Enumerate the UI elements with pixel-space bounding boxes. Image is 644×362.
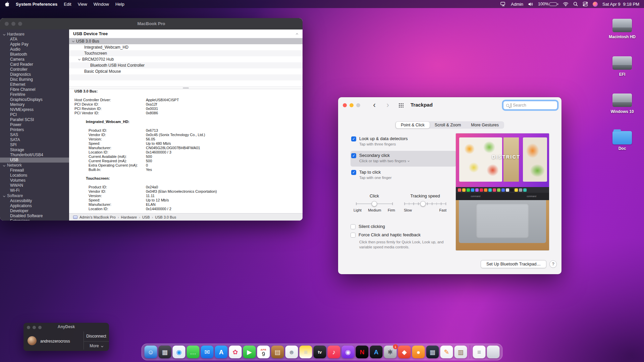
dock-red-app[interactable]: ◆ <box>398 346 411 358</box>
sidebar-item-controller[interactable]: Controller <box>0 67 69 72</box>
sidebar-item-disc-burning[interactable]: Disc Burning <box>0 77 69 82</box>
minimize-button[interactable] <box>11 22 15 26</box>
sidebar-item-thunderbolt-usb4[interactable]: Thunderbolt/USB4 <box>0 153 69 158</box>
menu-help[interactable]: Help <box>115 2 124 7</box>
apple-menu-icon[interactable] <box>5 1 9 7</box>
dock-podcasts[interactable]: ◉ <box>342 346 355 358</box>
sidebar-item-ethernet[interactable]: Ethernet <box>0 82 69 87</box>
sidebar-item-firewire[interactable]: FireWire <box>0 92 69 97</box>
breadcrumb-item-admin-s-macbook-pro[interactable]: Admin's MacBook Pro <box>79 215 116 219</box>
sidebar-item-wi-fi[interactable]: Wi-Fi <box>0 188 69 193</box>
option-look-up-data-detectors[interactable]: ✓Look up & data detectorsTap with three … <box>351 134 457 150</box>
menu-window[interactable]: Window <box>94 2 109 7</box>
dock-orange-app[interactable]: ● <box>412 346 425 358</box>
dock-netflix[interactable]: N <box>356 346 369 358</box>
dock-grid-app[interactable]: ▦ <box>426 346 439 358</box>
menu-system-preferences[interactable]: System Preferences <box>16 2 57 7</box>
dock-app-store[interactable]: A <box>215 346 228 358</box>
close-button[interactable] <box>5 22 9 26</box>
tree-row-basic-optical-mouse[interactable]: Basic Optical Mouse <box>69 68 303 74</box>
dock-notes[interactable]: ≡ <box>300 346 312 358</box>
desktop-icon-efi[interactable]: EFI <box>603 56 641 77</box>
chevron-down-icon[interactable] <box>408 160 410 162</box>
tracking-slider[interactable] <box>405 201 446 206</box>
dock-finder[interactable]: ☺ <box>145 346 157 358</box>
wifi-icon[interactable] <box>563 2 569 6</box>
chevron-down-icon[interactable] <box>72 40 74 42</box>
sidebar-item-diagnostics[interactable]: Diagnostics <box>0 72 69 77</box>
sidebar-item-card-reader[interactable]: Card Reader <box>0 62 69 67</box>
menu-edit[interactable]: Edit <box>64 2 71 7</box>
control-center-icon[interactable] <box>583 2 588 6</box>
forward-button[interactable]: › <box>384 101 391 109</box>
checkbox[interactable]: ✓ <box>351 153 356 158</box>
setup-bluetooth-trackpad-button[interactable]: Set Up Bluetooth Trackpad… <box>481 260 546 268</box>
sidebar-item-storage[interactable]: Storage <box>0 147 69 153</box>
search-input[interactable]: Search <box>503 101 557 110</box>
dock-textedit[interactable]: ≡ <box>473 346 486 358</box>
tree-row-brcm20702-hub[interactable]: BRCM20702 Hub <box>69 56 303 62</box>
sidebar-item-power[interactable]: Power <box>0 122 69 127</box>
tree-row-integrated-webcam-hd[interactable]: Integrated_Webcam_HD <box>69 44 303 50</box>
volume-icon[interactable] <box>528 2 533 6</box>
back-button[interactable]: ‹ <box>371 101 378 109</box>
sidebar-item-wwan[interactable]: WWAN <box>0 183 69 188</box>
more-button[interactable]: More <box>84 342 109 350</box>
toggle-force-click-and-haptic-feedback[interactable]: Force Click and haptic feedback <box>351 232 458 238</box>
sidebar-item-disabled-software[interactable]: Disabled Software <box>0 214 69 219</box>
dock-music[interactable]: ♪ <box>328 346 340 358</box>
sidebar-section-network[interactable]: Network <box>0 163 69 168</box>
menu-view[interactable]: View <box>78 2 87 7</box>
sysinfo-titlebar[interactable]: MacBook Pro <box>0 18 303 29</box>
checkbox[interactable]: ✓ <box>351 170 356 175</box>
option-secondary-click[interactable]: ✓Secondary clickClick or tap with two fi… <box>351 151 457 167</box>
slider-knob[interactable] <box>420 201 426 206</box>
sidebar-item-developer[interactable]: Developer <box>0 208 69 214</box>
demo-video[interactable]: DISTRICT <box>456 133 549 187</box>
sidebar-item-sata[interactable]: SATA <box>0 137 69 142</box>
show-all-icon[interactable] <box>398 103 404 108</box>
sidebar-item-extensions[interactable]: Extensions <box>0 219 69 221</box>
sidebar-item-pci[interactable]: PCI <box>0 112 69 117</box>
toggle-silent-clicking[interactable]: Silent clicking <box>351 224 458 229</box>
sidebar-section-software[interactable]: Software <box>0 193 69 198</box>
tab-more-gestures[interactable]: More Gestures <box>466 122 504 128</box>
siri-icon[interactable] <box>593 2 598 7</box>
sidebar-item-parallel-scsi[interactable]: Parallel SCSI <box>0 117 69 122</box>
sidebar-item-accessibility[interactable]: Accessibility <box>0 198 69 203</box>
close-button[interactable] <box>343 103 347 107</box>
pane-splitter[interactable] <box>69 86 303 89</box>
sidebar-item-printers[interactable]: Printers <box>0 127 69 132</box>
dock-facetime[interactable]: ▶ <box>243 346 256 358</box>
dock-mail[interactable]: ✉ <box>201 346 214 358</box>
sidebar-item-camera[interactable]: Camera <box>0 57 69 62</box>
tab-point-click[interactable]: Point & Click <box>396 122 430 128</box>
desktop-icon-doc[interactable]: Doc <box>603 130 641 151</box>
click-slider[interactable] <box>356 201 392 206</box>
sidebar-item-memory[interactable]: Memory <box>0 102 69 107</box>
user-menu[interactable]: Admin <box>511 2 523 7</box>
sidebar-item-graphics-displays[interactable]: Graphics/Displays <box>0 97 69 102</box>
dock-safari[interactable]: ◉ <box>173 346 185 358</box>
breadcrumb-item-hardware[interactable]: Hardware <box>121 215 137 219</box>
dock-tv[interactable]: tv <box>314 346 326 358</box>
minimize-button[interactable] <box>350 103 354 107</box>
dock-launchpad[interactable]: ▦ <box>159 346 171 358</box>
sidebar-item-applications[interactable]: Applications <box>0 203 69 208</box>
dock-pages[interactable]: ✎ <box>440 346 453 358</box>
chevron-down-icon[interactable] <box>78 58 80 60</box>
sidebar-item-firewall[interactable]: Firewall <box>0 168 69 173</box>
sidebar-item-spi[interactable]: SPI <box>0 142 69 147</box>
sidebar-item-fibre-channel[interactable]: Fibre Channel <box>0 87 69 92</box>
checkbox[interactable] <box>351 224 356 229</box>
spotlight-icon[interactable] <box>573 2 578 6</box>
tree-row-usb-3-0-bus[interactable]: USB 3.0 Bus <box>69 38 303 44</box>
sidebar-item-locations[interactable]: Locations <box>0 173 69 178</box>
sidebar-item-audio[interactable]: Audio <box>0 47 69 52</box>
desktop-icon-windows-10[interactable]: Windows 10 <box>603 93 641 114</box>
sidebar-item-volumes[interactable]: Volumes <box>0 178 69 183</box>
tree-row-bluetooth-usb-host-controller[interactable]: Bluetooth USB Host Controller <box>69 62 303 68</box>
dock-apple-store[interactable]: A <box>370 346 383 358</box>
checkbox[interactable] <box>351 233 356 238</box>
option-tap-to-click[interactable]: ✓Tap to clickTap with one finger <box>351 168 457 183</box>
